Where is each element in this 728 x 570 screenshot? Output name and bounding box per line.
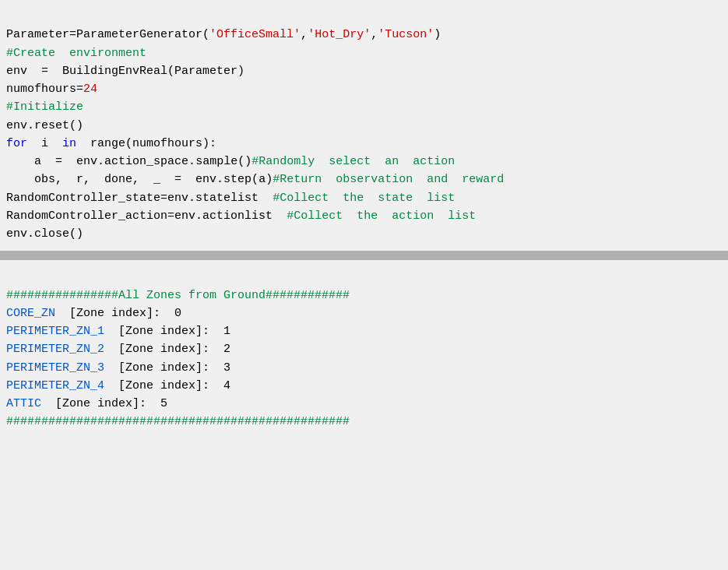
line-12: env.close() [6,227,83,241]
output-line-2: CORE_ZN [Zone index]: 0 [6,307,181,320]
line-1: Parameter=ParameterGenerator('OfficeSmal… [6,28,441,41]
line-9: obs, r, done, _ = env.step(a)#Return obs… [6,173,504,186]
line-4: numofhours=24 [6,83,97,96]
output-line-5: PERIMETER_ZN_3 [Zone index]: 3 [6,361,230,375]
line-8: a = env.action_space.sample()#Randomly s… [6,155,455,168]
line-10: RandomController_state=env.statelist #Co… [6,192,455,205]
output-line-8: ########################################… [6,415,350,428]
code-section: Parameter=ParameterGenerator('OfficeSmal… [0,0,728,251]
output-line-3: PERIMETER_ZN_1 [Zone index]: 1 [6,325,230,338]
line-6: env.reset() [6,119,83,132]
line-5: #Initialize [6,100,83,114]
output-line-4: PERIMETER_ZN_2 [Zone index]: 2 [6,343,230,356]
output-section: ################All Zones from Ground###… [0,260,728,438]
line-7: for i in range(numofhours): [6,137,216,150]
line-11: RandomController_action=env.actionlist #… [6,209,476,223]
line-2: #Create environment [6,47,146,60]
divider [0,251,728,260]
output-line-1: ################All Zones from Ground###… [6,289,350,302]
line-3: env = BuildingEnvReal(Parameter) [6,65,244,78]
output-line-6: PERIMETER_ZN_4 [Zone index]: 4 [6,379,230,392]
output-line-7: ATTIC [Zone index]: 5 [6,397,167,410]
